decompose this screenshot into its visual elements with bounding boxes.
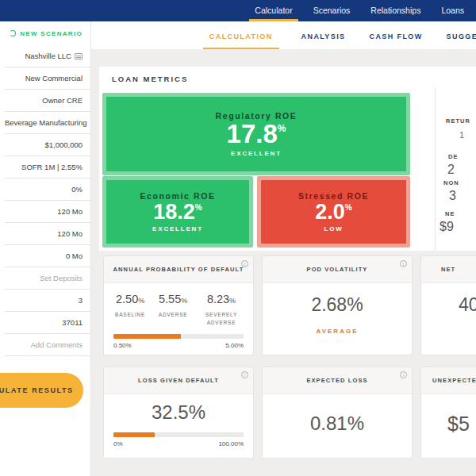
expected-loss-value: 0.81% <box>263 413 412 435</box>
apd-baseline: 2.50% BASELINE <box>115 292 145 327</box>
pod-volatility-rating: AVERAGE <box>263 328 412 335</box>
zip-code-field[interactable]: 37011 <box>5 312 90 334</box>
summary-row-1-value: 1 <box>459 130 464 140</box>
regulatory-roe-rating: EXCELLENT <box>231 150 282 157</box>
loan-type-field[interactable]: New Commercial <box>5 67 90 90</box>
apd-card-title: ANNUAL PROBABILITY OF DEFAULT <box>113 266 244 274</box>
apd-max-label: 5.00% <box>225 342 244 349</box>
apd-adverse-label: ADVERSE <box>159 311 188 319</box>
amortization-field[interactable]: 120 Mo <box>5 223 90 245</box>
info-icon[interactable]: i <box>241 260 248 267</box>
refresh-icon <box>10 30 16 36</box>
calculate-results-button[interactable]: CALCULATE RESULTS <box>0 373 83 408</box>
economic-roe-rating: EXCELLENT <box>152 225 203 232</box>
lgd-max-label: 100.00% <box>218 440 244 447</box>
borrower-value: Nashville LLC <box>25 52 71 60</box>
net-card-value: 40 <box>421 294 476 316</box>
new-scenario-button[interactable]: NEW SCENARIO <box>0 21 90 45</box>
interest-only-field[interactable]: 0 Mo <box>5 245 90 267</box>
regulatory-roe-value: 17.8% <box>227 121 286 148</box>
nav-tab-relationships[interactable]: Relationships <box>360 0 431 21</box>
percent-sign: % <box>195 203 202 212</box>
summary-row-3-value: 3 <box>449 189 456 203</box>
company-card-icon[interactable] <box>75 53 83 60</box>
percent-sign: % <box>181 297 187 305</box>
percent-sign: % <box>345 203 352 212</box>
net-metric-card: NET i 40 <box>420 255 476 355</box>
regulatory-roe-card: Regulatory ROE 17.8% EXCELLENT <box>102 93 410 175</box>
apd-severely-adverse-value: 8.23 <box>207 293 229 305</box>
lgd-slider-range: 0% 100.00% <box>104 437 253 447</box>
nav-tab-loans[interactable]: Loans <box>431 0 474 21</box>
lgd-card-title: LOSS GIVEN DEFAULT <box>138 377 219 385</box>
stressed-roe-value: 2.0% <box>315 201 351 223</box>
annual-probability-of-default-card: ANNUAL PROBABILITY OF DEFAULT i 2.50% BA… <box>103 255 254 355</box>
expected-loss-title: EXPECTED LOSS <box>306 377 367 385</box>
roe-summary-panel: RETUR 1 DE 2 NON 3 NE $9 <box>435 87 476 251</box>
pod-volatility-title: POD VOLATILITY <box>307 266 368 274</box>
apd-baseline-value: 2.50 <box>116 293 138 305</box>
info-icon[interactable]: i <box>400 260 407 267</box>
summary-row-4-value: $9 <box>440 220 454 234</box>
info-icon[interactable]: i <box>400 371 407 378</box>
new-scenario-label: NEW SCENARIO <box>20 30 83 37</box>
apd-severely-adverse-label: SEVERELY ADVERSE <box>201 311 242 327</box>
calculator-subtabs: CALCULATION ANALYSIS CASH FLOW SUGGESTIO… <box>91 21 476 49</box>
loss-given-default-card: LOSS GIVEN DEFAULT i 32.5% 0% 100.00% <box>103 367 254 459</box>
unexpected-loss-title: UNEXPECTED LOSS <box>432 377 476 385</box>
loan-metrics-title: LOAN METRICS <box>112 75 188 83</box>
loan-amount-field[interactable]: $1,000,000 <box>5 134 90 156</box>
term-field[interactable]: 120 Mo <box>5 201 90 223</box>
add-comments-field[interactable]: Add Comments <box>5 334 90 356</box>
apd-adverse: 5.55% ADVERSE <box>159 292 188 327</box>
net-card-title: NET <box>441 266 455 274</box>
nav-tab-scenarios[interactable]: Scenarios <box>303 0 361 21</box>
expected-loss-card: EXPECTED LOSS i 0.81% <box>262 367 413 459</box>
economic-roe-card: Economic ROE 18.2% EXCELLENT <box>102 176 253 248</box>
rate-index-field[interactable]: SOFR 1M | 2.55% <box>5 156 90 178</box>
fees-field[interactable]: 0% <box>5 178 90 201</box>
apd-scenarios: 2.50% BASELINE 5.55% ADVERSE 8.23% SEVER… <box>104 283 253 327</box>
tab-suggestions[interactable]: SUGGESTIONS <box>445 21 476 49</box>
percent-sign: % <box>229 297 236 305</box>
set-deposits-field[interactable]: Set Deposits <box>5 267 90 290</box>
top-navigation: Calculator Scenarios Relationships Loans <box>0 0 476 21</box>
tab-analysis[interactable]: ANALYSIS <box>300 21 347 49</box>
tab-cash-flow[interactable]: CASH FLOW <box>367 21 424 49</box>
info-icon[interactable]: i <box>241 371 248 378</box>
pod-volatility-value: 2.68% <box>263 294 412 316</box>
economic-roe-value: 18.2% <box>153 201 202 223</box>
apd-slider-range: 0.50% 5.00% <box>104 339 253 349</box>
loan-metrics-panel: LOAN METRICS Regulatory ROE 17.8% EXCELL… <box>99 67 476 251</box>
summary-row-1-label: RETUR <box>446 117 470 125</box>
pod-volatility-card: POD VOLATILITY i 2.68% AVERAGE <box>262 255 413 355</box>
tab-calculation[interactable]: CALCULATION <box>203 21 279 49</box>
risk-rating-field[interactable]: 3 <box>5 290 90 312</box>
industry-field[interactable]: Beverage Manufacturing <box>5 112 90 134</box>
lgd-value: 32.5% <box>104 401 253 424</box>
borrower-field[interactable]: Nashville LLC <box>5 45 90 67</box>
nav-tab-calculator[interactable]: Calculator <box>244 0 302 21</box>
percent-sign: % <box>138 297 144 305</box>
summary-row-4-label: NE <box>445 210 455 217</box>
apd-adverse-value: 5.55 <box>159 293 181 305</box>
summary-row-2-value: 2 <box>447 163 455 177</box>
main-content: CALCULATION ANALYSIS CASH FLOW SUGGESTIO… <box>91 21 476 476</box>
unexpected-loss-card: UNEXPECTED LOSS i $5 <box>420 367 476 459</box>
apd-severely-adverse: 8.23% SEVERELY ADVERSE <box>201 292 242 327</box>
apd-min-label: 0.50% <box>113 342 132 349</box>
stressed-roe-rating: LOW <box>324 225 343 232</box>
summary-row-2-label: DE <box>448 153 458 160</box>
unexpected-loss-value: $5 <box>421 413 476 436</box>
lgd-min-label: 0% <box>113 440 123 447</box>
percent-sign: % <box>278 123 286 134</box>
stressed-roe-card: Stressed ROE 2.0% LOW <box>257 176 410 248</box>
apd-baseline-label: BASELINE <box>115 311 145 319</box>
collateral-field[interactable]: Owner CRE <box>5 90 90 112</box>
scenario-sidebar: NEW SCENARIO Nashville LLC New Commercia… <box>0 21 91 476</box>
summary-row-3-label: NON <box>443 179 459 186</box>
